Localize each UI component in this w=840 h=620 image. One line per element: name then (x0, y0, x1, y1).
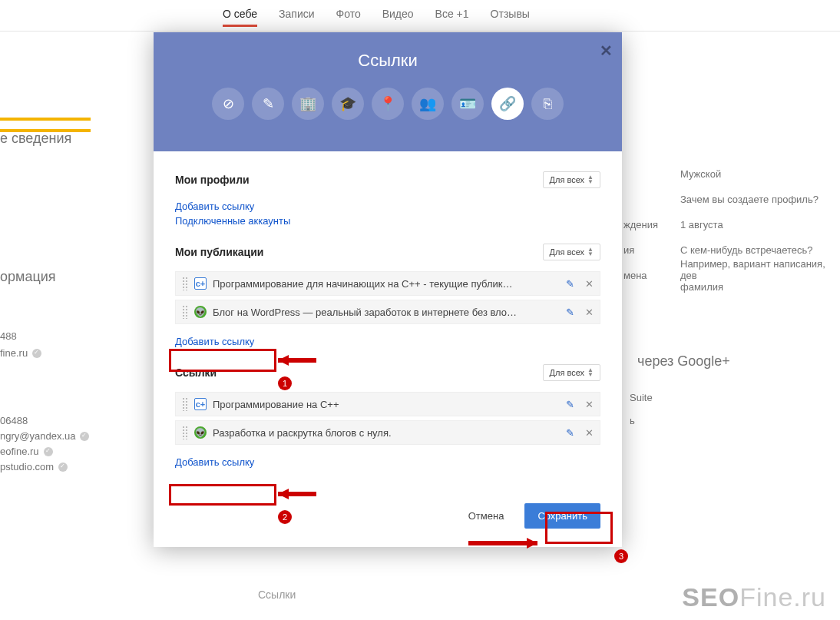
add-link-profiles[interactable]: Добавить ссылку (175, 201, 254, 212)
verified-icon (80, 432, 89, 441)
favicon-cpp-icon: c+ (194, 277, 207, 290)
verified-icon (44, 447, 53, 456)
visibility-select-profiles[interactable]: Для всех ▲▼ (543, 171, 600, 188)
visibility-select-links[interactable]: Для всех ▲▼ (543, 364, 600, 381)
drag-handle-icon[interactable] (182, 426, 188, 439)
section-publications: Мои публикации Для всех ▲▼ c+ Программир… (175, 244, 600, 349)
cancel-button[interactable]: Отмена (455, 503, 518, 529)
visibility-select-publications[interactable]: Для всех ▲▼ (543, 244, 600, 260)
edit-icon[interactable]: ✎ (566, 399, 574, 410)
watermark: SEOFine.ru (682, 582, 826, 612)
translate-icon[interactable]: ⎘ (531, 88, 564, 120)
section-title-profiles: Мои профили (175, 174, 250, 186)
bg-site: fine.ru (0, 347, 41, 359)
add-link-publications[interactable]: Добавить ссылку (175, 336, 254, 347)
profile-field-labels: ждения ия мена (623, 161, 658, 288)
publication-row[interactable]: 👽 Блог на WordPress — реальный заработок… (175, 300, 600, 324)
section-profiles: Мои профили Для всех ▲▼ Добавить ссылку … (175, 171, 600, 228)
edit-icon[interactable]: ✎ (566, 278, 574, 290)
id-card-icon[interactable]: 🪪 (451, 88, 484, 120)
verified-icon (58, 463, 68, 472)
section-title-publications: Мои публикации (175, 246, 263, 258)
bg-email-3: pstudio.com (0, 461, 68, 472)
link-title: Разработка и раскрутка блогов с нуля. (213, 427, 566, 439)
remove-icon[interactable]: ✕ (585, 427, 594, 439)
card-accent (0, 118, 91, 121)
tab-videos[interactable]: Видео (382, 8, 414, 33)
modal-body: Мои профили Для всех ▲▼ Добавить ссылку … (154, 151, 622, 503)
save-button[interactable]: Сохранить (524, 503, 600, 529)
bg-email-1: ngry@yandex.ua (0, 430, 89, 442)
bg-links-heading: Ссылки (258, 589, 296, 601)
modal-footer: Отмена Сохранить (154, 503, 622, 547)
people-icon[interactable]: 👥 (412, 88, 444, 120)
modal-title: Ссылки (154, 32, 622, 71)
add-link-links[interactable]: Добавить ссылку (175, 456, 254, 468)
gplus-item-1: Suite (630, 392, 653, 403)
building-icon[interactable]: 🏢 (292, 88, 324, 120)
connected-accounts[interactable]: Подключенные аккаунты (175, 215, 290, 227)
gplus-item-2: ь (630, 415, 635, 426)
remove-icon[interactable]: ✕ (585, 399, 594, 410)
graduation-icon[interactable]: 🎓 (332, 88, 364, 120)
pin-icon[interactable]: 📍 (372, 88, 404, 120)
close-icon[interactable]: ✕ (600, 41, 613, 60)
drag-handle-icon[interactable] (182, 397, 188, 411)
pencil-icon[interactable]: ✎ (252, 88, 284, 120)
remove-icon[interactable]: ✕ (585, 278, 594, 290)
info-heading: ормация (0, 269, 56, 285)
favicon-alien-icon: 👽 (194, 426, 207, 439)
nav-divider (0, 31, 840, 31)
bg-phone2: 06488 (0, 415, 28, 426)
drag-handle-icon[interactable] (182, 277, 188, 290)
publication-row[interactable]: c+ Программирование для начинающих на C+… (175, 271, 600, 296)
annotation-badge-2: 2 (278, 510, 292, 524)
annotation-badge-3: 3 (614, 549, 628, 563)
favicon-cpp-icon: c+ (194, 398, 207, 410)
bg-phone: 488 (0, 330, 17, 342)
tab-plus-ones[interactable]: Все +1 (435, 8, 469, 33)
tab-reviews[interactable]: Отзывы (491, 8, 530, 33)
link-icon[interactable]: ⊘ (212, 88, 244, 120)
edit-icon[interactable]: ✎ (566, 427, 574, 439)
publication-title: Программирование для начинающих на C++ -… (213, 278, 566, 290)
sort-icon: ▲▼ (587, 175, 594, 184)
tab-photos[interactable]: Фото (336, 8, 361, 33)
links-modal: ✕ Ссылки ⊘ ✎ 🏢 🎓 📍 👥 🪪 🔗 ⎘ Мои профили Д… (154, 32, 622, 547)
bg-email-2: eofine.ru (0, 446, 53, 457)
info-heading-right: е сведения (0, 131, 71, 147)
sort-icon: ▲▼ (587, 368, 594, 377)
link-row[interactable]: c+ Программирование на C++ ✎ ✕ (175, 392, 600, 416)
verified-icon (32, 349, 41, 358)
profile-field-values: Мужской Зачем вы создаете профиль? 1 авг… (680, 161, 840, 288)
category-icons: ⊘ ✎ 🏢 🎓 📍 👥 🪪 🔗 ⎘ (154, 88, 622, 120)
profile-tabs: О себе Записи Фото Видео Все +1 Отзывы (0, 8, 840, 33)
publication-title: Блог на WordPress — реальный заработок в… (213, 307, 566, 318)
section-title-links: Ссылки (175, 366, 217, 379)
annotation-badge-1: 1 (278, 376, 292, 390)
remove-icon[interactable]: ✕ (585, 307, 594, 318)
sort-icon: ▲▼ (587, 247, 594, 257)
drag-handle-icon[interactable] (182, 305, 188, 319)
tab-posts[interactable]: Записи (279, 8, 314, 33)
section-links: Ссылки Для всех ▲▼ c+ Программирование н… (175, 364, 600, 469)
tab-about[interactable]: О себе (223, 8, 257, 33)
link-row[interactable]: 👽 Разработка и раскрутка блогов с нуля. … (175, 420, 600, 445)
chain-icon[interactable]: 🔗 (491, 88, 524, 120)
gplus-heading: через Google+ (637, 353, 730, 370)
modal-header: ✕ Ссылки ⊘ ✎ 🏢 🎓 📍 👥 🪪 🔗 ⎘ (154, 32, 622, 151)
favicon-alien-icon: 👽 (194, 306, 207, 318)
edit-icon[interactable]: ✎ (566, 307, 574, 318)
link-title: Программирование на C++ (213, 399, 566, 410)
